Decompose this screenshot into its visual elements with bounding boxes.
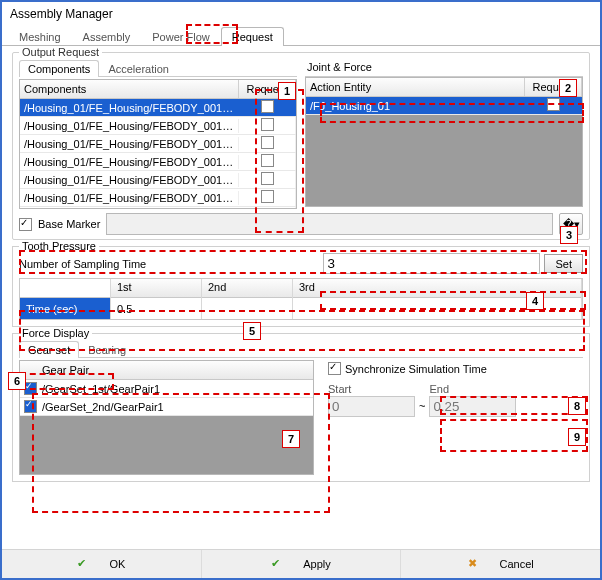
- list-item[interactable]: /GearSet_2nd/GearPair1: [20, 398, 313, 416]
- col-request-jf[interactable]: Request: [525, 78, 582, 96]
- request-checkbox[interactable]: [261, 100, 274, 113]
- end-input[interactable]: [429, 396, 516, 417]
- tab-request[interactable]: Request: [221, 27, 284, 46]
- joint-force-legend: Joint & Force: [305, 59, 583, 77]
- table-row[interactable]: /Housing_01/FE_Housing/FEBODY_001/FR...: [20, 153, 296, 171]
- start-input[interactable]: [328, 396, 415, 417]
- components-subtabs: Components Acceleration: [19, 59, 297, 77]
- time-2nd-cell[interactable]: [202, 298, 292, 319]
- gear-pair-checkbox[interactable]: [24, 400, 37, 413]
- force-display-legend: Force Display: [19, 327, 92, 339]
- end-label: End: [429, 383, 516, 395]
- joint-force-grid[interactable]: Action Entity Request /FJ_Housing_01: [305, 77, 583, 207]
- cancel-icon: ✖: [468, 557, 482, 571]
- base-marker-label: Base Marker: [38, 218, 100, 230]
- base-marker-pick-button[interactable]: �⁠▾: [559, 213, 583, 235]
- apply-button[interactable]: ✔Apply: [202, 550, 402, 578]
- subtab-components[interactable]: Components: [19, 60, 99, 77]
- window-title: Assembly Manager: [2, 2, 600, 26]
- table-row[interactable]: /Housing_01/FE_Housing/FEBODY_001/FR...: [20, 207, 296, 208]
- request-checkbox[interactable]: [261, 172, 274, 185]
- sampling-time-table: Time (sec) 1st 0.5 2nd 3rd: [19, 278, 583, 320]
- tab-meshing[interactable]: Meshing: [8, 27, 72, 46]
- request-checkbox[interactable]: [261, 190, 274, 203]
- tab-assembly[interactable]: Assembly: [72, 27, 142, 46]
- tooth-pressure-legend: Tooth Pressure: [19, 240, 99, 252]
- tab-power-flow[interactable]: Power Flow: [141, 27, 220, 46]
- time-1st-cell[interactable]: 0.5: [111, 298, 201, 319]
- base-marker-checkbox[interactable]: ✓: [19, 218, 32, 231]
- sync-time-checkbox[interactable]: ✓: [328, 362, 341, 375]
- picker-icon: �⁠▾: [563, 218, 580, 231]
- subtab-acceleration[interactable]: Acceleration: [99, 60, 178, 77]
- col-request[interactable]: Request: [239, 80, 296, 98]
- tooth-pressure-group: Tooth Pressure Number of Sampling Time S…: [12, 246, 590, 327]
- subtab-bearing[interactable]: Bearing: [79, 341, 135, 358]
- request-checkbox[interactable]: [547, 98, 560, 111]
- sampling-time-label: Number of Sampling Time: [19, 258, 269, 270]
- gear-pair-checkbox[interactable]: [24, 382, 37, 395]
- table-row[interactable]: /Housing_01/FE_Housing/FEBODY_001/FR...: [20, 135, 296, 153]
- request-checkbox[interactable]: [261, 118, 274, 131]
- check-icon: ✔: [77, 557, 91, 571]
- output-request-group: Output Request Components Acceleration C…: [12, 52, 590, 240]
- set-button[interactable]: Set: [544, 254, 583, 273]
- subtab-gear-set[interactable]: Gear set: [19, 341, 79, 358]
- table-row[interactable]: /FJ_Housing_01: [306, 97, 582, 115]
- table-row[interactable]: /Housing_01/FE_Housing/FEBODY_001/FR...: [20, 117, 296, 135]
- range-separator: ~: [419, 400, 425, 412]
- col-action-entity[interactable]: Action Entity: [306, 78, 525, 96]
- sync-time-label: Synchronize Simulation Time: [345, 363, 487, 375]
- apply-icon: ✔: [271, 557, 285, 571]
- main-tabs: Meshing Assembly Power Flow Request: [2, 26, 600, 46]
- col-3rd: 3rd: [293, 279, 581, 298]
- time-row-header: Time (sec): [20, 298, 110, 319]
- components-grid[interactable]: Components Request /Housing_01/FE_Housin…: [19, 79, 297, 209]
- request-checkbox[interactable]: [261, 154, 274, 167]
- button-bar: ✔OK ✔Apply ✖Cancel: [2, 549, 600, 578]
- force-display-group: Force Display Gear set Bearing Gear Pair…: [12, 333, 590, 482]
- output-request-legend: Output Request: [19, 46, 102, 58]
- table-row[interactable]: /Housing_01/FE_Housing/FEBODY_001/FR...: [20, 189, 296, 207]
- col-2nd: 2nd: [202, 279, 292, 298]
- list-item[interactable]: /GearSet_1st/GearPair1: [20, 380, 313, 398]
- sampling-time-input[interactable]: [323, 253, 540, 274]
- table-row[interactable]: /Housing_01/FE_Housing/FEBODY_001/FR...: [20, 99, 296, 117]
- table-row[interactable]: /Housing_01/FE_Housing/FEBODY_001/FR...: [20, 171, 296, 189]
- ok-button[interactable]: ✔OK: [2, 550, 202, 578]
- col-gear-pair[interactable]: Gear Pair: [20, 361, 313, 380]
- col-1st: 1st: [111, 279, 201, 298]
- base-marker-input[interactable]: [106, 213, 553, 235]
- col-components[interactable]: Components: [20, 80, 239, 98]
- time-3rd-cell[interactable]: [293, 298, 581, 319]
- start-label: Start: [328, 383, 415, 395]
- gear-pair-list[interactable]: Gear Pair /GearSet_1st/GearPair1 /GearSe…: [19, 360, 314, 475]
- request-checkbox[interactable]: [261, 136, 274, 149]
- cancel-button[interactable]: ✖Cancel: [401, 550, 600, 578]
